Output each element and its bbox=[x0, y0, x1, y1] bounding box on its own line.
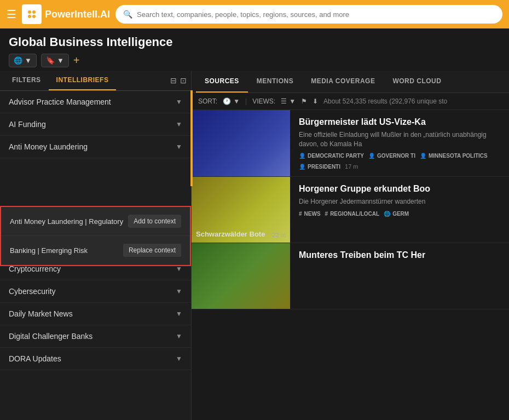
collapse-icon[interactable]: ⊟ bbox=[170, 76, 177, 85]
article-title: Bürgermeister lädt US-Vize-Ka bbox=[299, 117, 500, 128]
article-meta: # NEWS # REGIONAL/LOCAL 🌐 GERM bbox=[299, 211, 500, 217]
article-tag: 👤 GOVERNOR TI bbox=[368, 153, 415, 159]
sidebar-item-label: AI Funding bbox=[9, 120, 46, 129]
article-tag: 👤 MINNESOTA POLITICS bbox=[420, 153, 488, 159]
article-content: Munteres Treiben beim TC Her bbox=[290, 243, 509, 309]
results-count: About 524,335 results (292,976 unique st… bbox=[323, 97, 447, 105]
sidebar-item-dora[interactable]: DORA Updates ▼ bbox=[0, 348, 191, 370]
person-icon: 👤 bbox=[299, 153, 305, 159]
top-nav: ☰ PowerIntell.AI 🔍 bbox=[0, 0, 509, 28]
hash-icon: # bbox=[325, 211, 328, 217]
tab-filters[interactable]: FILTERS bbox=[4, 71, 49, 90]
hash-icon: # bbox=[299, 211, 302, 217]
article-snippet: Die Horgener Jedermannstürner wanderten bbox=[299, 197, 500, 206]
article-snippet: Eine offizielle Einladung will Mußler in… bbox=[299, 130, 500, 149]
chevron-down-icon: ▼ bbox=[176, 265, 182, 273]
sidebar-item-anti-money[interactable]: Anti Money Laundering ▼ bbox=[0, 136, 191, 158]
dropdown-item-banking: Banking | Emerging Risk Replace context bbox=[1, 236, 190, 265]
chevron-down-icon: ▼ bbox=[176, 98, 182, 106]
page-header: Global Business Intelligence 🌐 ▼ 🔖 ▼ + bbox=[0, 28, 509, 71]
article-content: Horgener Gruppe erkundet Boo Die Horgene… bbox=[290, 177, 509, 243]
logo-icon bbox=[22, 4, 42, 24]
views-label: VIEWS: bbox=[252, 97, 275, 105]
replace-context-button[interactable]: Replace context bbox=[123, 244, 181, 257]
article-tag: 👤 DEMOCRATIC PARTY bbox=[299, 153, 364, 159]
list-icon: ☰ bbox=[281, 97, 287, 105]
globe-icon: 🌐 bbox=[14, 56, 22, 65]
articles-list: Bürgermeister lädt US-Vize-Ka Eine offiz… bbox=[192, 110, 509, 420]
article-time: 17 m bbox=[345, 163, 358, 170]
dropdown-item-label: Anti Money Laundering | Regulatory bbox=[10, 217, 123, 226]
sidebar-item-ai-funding[interactable]: AI Funding ▼ bbox=[0, 113, 191, 136]
sidebar-item-label: Cybersecurity bbox=[9, 287, 56, 296]
person-icon: 👤 bbox=[368, 153, 375, 159]
article-thumbnail bbox=[192, 110, 290, 176]
article-item: Munteres Treiben beim TC Her bbox=[192, 243, 509, 309]
expand-icon[interactable]: ⊡ bbox=[180, 76, 187, 85]
logo-text: PowerIntell.AI bbox=[45, 9, 110, 20]
tab-word-cloud[interactable]: WORD CLOUD bbox=[384, 71, 450, 93]
translate-button[interactable]: ⚑ bbox=[301, 97, 307, 105]
sidebar-tab-expand: ⊟ ⊡ bbox=[170, 71, 187, 90]
hamburger-icon[interactable]: ☰ bbox=[7, 8, 16, 21]
search-bar[interactable]: 🔍 bbox=[115, 5, 502, 24]
article-tag: 👤 PRESIDENTI bbox=[299, 164, 340, 170]
sidebar-tabs: FILTERS INTELLIBRIEFS ⊟ ⊡ bbox=[0, 71, 191, 91]
bookmark-button[interactable]: 🔖 ▼ bbox=[41, 54, 69, 67]
tag-label: NEWS bbox=[304, 211, 321, 217]
search-input[interactable] bbox=[137, 10, 495, 19]
article-content: Bürgermeister lädt US-Vize-Ka Eine offiz… bbox=[290, 110, 509, 176]
dropdown-popup: Anti Money Laundering | Regulatory Add t… bbox=[0, 206, 191, 266]
download-icon: ⬇ bbox=[313, 97, 318, 105]
article-title: Horgener Gruppe erkundet Boo bbox=[299, 183, 500, 195]
tag-label: GOVERNOR TI bbox=[377, 153, 415, 159]
article-tag: 🌐 GERM bbox=[384, 211, 409, 217]
orange-bar-indicator bbox=[190, 90, 193, 186]
source-name: Schwarzwälder Bote bbox=[196, 230, 265, 238]
page-title: Global Business Intelligence bbox=[9, 35, 500, 49]
sidebar-item-advisor[interactable]: Advisor Practice Management ▼ bbox=[0, 91, 191, 113]
content-tabs: SOURCES MENTIONS MEDIA COVERAGE WORD CLO… bbox=[192, 71, 509, 93]
globe-button[interactable]: 🌐 ▼ bbox=[9, 54, 37, 67]
sidebar-item-label: Advisor Practice Management bbox=[9, 97, 111, 106]
search-icon: 🔍 bbox=[123, 10, 132, 19]
sort-label: SORT: bbox=[198, 97, 217, 105]
tag-label: REGIONAL/LOCAL bbox=[330, 211, 379, 217]
sort-button[interactable]: 🕐 ▼ bbox=[223, 97, 240, 105]
chevron-down-icon: ▼ bbox=[176, 332, 182, 340]
article-item: Bürgermeister lädt US-Vize-Ka Eine offiz… bbox=[192, 110, 509, 177]
person-icon: 👤 bbox=[420, 153, 426, 159]
bookmark-chevron: ▼ bbox=[57, 56, 64, 65]
article-tag: # REGIONAL/LOCAL bbox=[325, 211, 380, 217]
add-to-context-button[interactable]: Add to context bbox=[128, 215, 181, 228]
sidebar-item-digital-challenger[interactable]: Digital Challenger Banks ▼ bbox=[0, 325, 191, 348]
tag-label: GERM bbox=[392, 211, 409, 217]
globe-tag-icon: 🌐 bbox=[384, 211, 390, 217]
article-time-badge: 22 m bbox=[273, 232, 286, 238]
tab-media-coverage[interactable]: MEDIA COVERAGE bbox=[302, 71, 384, 93]
globe-chevron: ▼ bbox=[25, 56, 32, 65]
sidebar-item-cybersecurity[interactable]: Cybersecurity ▼ bbox=[0, 280, 191, 303]
tag-label: DEMOCRATIC PARTY bbox=[308, 153, 364, 159]
bookmark-icon: 🔖 bbox=[46, 56, 55, 65]
sidebar-item-label: Daily Market News bbox=[9, 309, 73, 318]
download-button[interactable]: ⬇ bbox=[313, 97, 318, 105]
views-button[interactable]: ☰ ▼ bbox=[281, 97, 296, 105]
svg-point-1 bbox=[32, 10, 36, 14]
context-actions: Add to context bbox=[128, 215, 181, 228]
add-button[interactable]: + bbox=[73, 54, 80, 67]
tab-mentions[interactable]: MENTIONS bbox=[248, 71, 302, 93]
article-thumbnail bbox=[192, 243, 290, 309]
sidebar-item-daily-market[interactable]: Daily Market News ▼ bbox=[0, 303, 191, 325]
article-thumbnail: Schwarzwälder Bote 22 m bbox=[192, 177, 290, 243]
sidebar-item-label: Digital Challenger Banks bbox=[9, 332, 92, 341]
article-title: Munteres Treiben beim TC Her bbox=[299, 250, 500, 261]
svg-point-2 bbox=[28, 15, 31, 18]
tab-sources[interactable]: SOURCES bbox=[196, 71, 248, 93]
tab-intellibriefs[interactable]: INTELLIBRIEFS bbox=[49, 71, 117, 90]
chevron-down-icon: ▼ bbox=[176, 287, 182, 295]
article-meta: 👤 DEMOCRATIC PARTY 👤 GOVERNOR TI 👤 MINNE… bbox=[299, 153, 500, 170]
sidebar-item-label: DORA Updates bbox=[9, 354, 61, 363]
page-actions: 🌐 ▼ 🔖 ▼ + bbox=[9, 54, 500, 67]
sidebar-list: Advisor Practice Management ▼ AI Funding… bbox=[0, 91, 191, 420]
